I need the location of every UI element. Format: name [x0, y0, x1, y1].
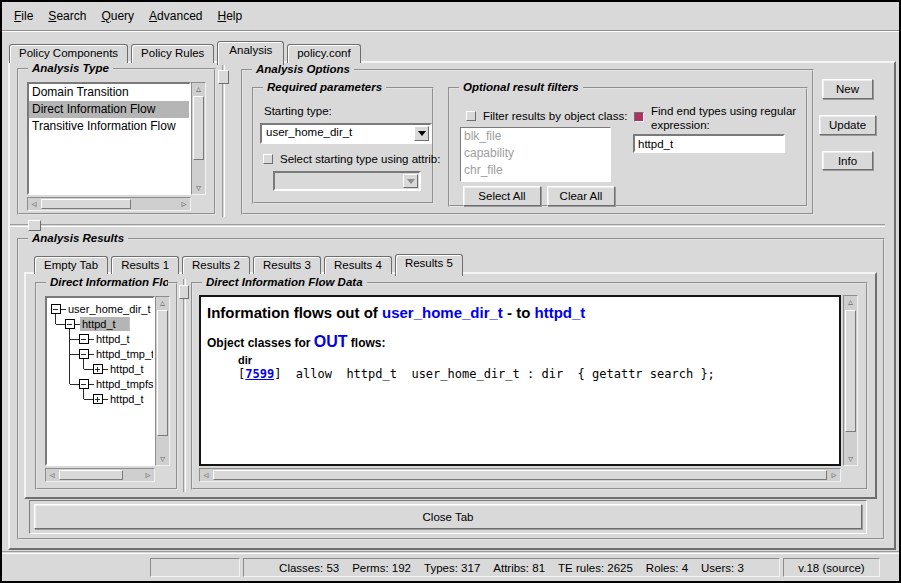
results-tab-results-1[interactable]: Results 1 — [111, 256, 179, 274]
analysis-type-option[interactable]: Transitive Information Flow — [29, 118, 189, 135]
svg-text:httpd_t: httpd_t — [82, 318, 116, 330]
menu-advanced[interactable]: Advanced — [149, 9, 202, 23]
scroll-down-arrow[interactable]: ▿ — [844, 453, 857, 465]
tab-analysis[interactable]: Analysis — [217, 41, 284, 65]
regex-checkbox-label[interactable]: Find end types using regular expression: — [651, 104, 797, 132]
flow-tree[interactable]: user_home_dir_thttpd_thttpd_thttpd_tmp_t… — [45, 296, 155, 466]
scroll-right-arrow[interactable]: ▹ — [828, 469, 840, 481]
regex-input[interactable] — [633, 134, 785, 153]
regex-checkbox[interactable] — [634, 112, 644, 122]
starting-type-dropdown-button[interactable] — [414, 126, 429, 141]
flow-data-text[interactable]: Information flows out of user_home_dir_t… — [199, 295, 841, 466]
rule-number-link[interactable]: 7599 — [245, 367, 274, 381]
status-stat: Perms: 192 — [352, 562, 411, 574]
required-parameters-title: Required parameters — [263, 81, 386, 93]
analysis-type-list[interactable]: Domain TransitionDirect Information Flow… — [27, 82, 191, 195]
clear-all-button[interactable]: Clear All — [547, 186, 615, 206]
object-class-option: chr_file — [461, 162, 610, 179]
results-tab-bar: Empty TabResults 1Results 2Results 3Resu… — [34, 252, 466, 274]
scroll-thumb[interactable] — [193, 96, 204, 160]
tab-policy-conf[interactable]: policy.conf — [287, 44, 360, 63]
analysis-results-title: Analysis Results — [28, 232, 128, 244]
scroll-left-arrow[interactable]: ◃ — [200, 469, 212, 481]
filter-object-class-checkbox[interactable] — [466, 111, 476, 121]
scroll-thumb[interactable] — [59, 470, 123, 480]
scroll-right-arrow[interactable]: ▹ — [142, 469, 154, 481]
flow-data-hscrollbar[interactable]: ◃▹ — [199, 468, 841, 482]
flow-subheading: Object classes for OUT flows: — [207, 333, 833, 351]
scroll-left-arrow[interactable]: ◃ — [28, 198, 40, 210]
menu-bar: FileSearchQueryAdvancedHelp — [2, 2, 899, 31]
status-stat: Roles: 4 — [646, 562, 688, 574]
scroll-down-arrow[interactable]: ▿ — [192, 182, 205, 194]
menu-search[interactable]: Search — [48, 9, 86, 23]
main-tab-bar: Policy ComponentsPolicy RulesAnalysispol… — [9, 39, 364, 63]
scroll-thumb[interactable] — [157, 310, 168, 436]
analysis-type-hscrollbar[interactable]: ◃▹ — [27, 197, 191, 211]
flow-tree-title: Direct Information Flow T — [46, 276, 168, 288]
results-splitter-handle[interactable] — [28, 220, 41, 231]
starting-type-combobox[interactable]: user_home_dir_t — [260, 123, 432, 144]
attrib-combobox — [273, 171, 421, 191]
menu-file[interactable]: File — [14, 9, 33, 23]
flow-type-name: httpd_t — [535, 304, 586, 321]
optional-filters-title: Optional result filters — [459, 81, 583, 93]
status-empty-box — [150, 558, 240, 577]
tab-policy-rules[interactable]: Policy Rules — [131, 44, 214, 63]
starting-type-value: user_home_dir_t — [266, 126, 352, 138]
scroll-down-arrow[interactable]: ▿ — [156, 453, 169, 465]
scroll-up-arrow[interactable]: ▵ — [192, 83, 205, 95]
scroll-up-arrow[interactable]: ▵ — [156, 297, 169, 309]
scroll-up-arrow[interactable]: ▵ — [844, 296, 857, 308]
status-version: v.18 (source) — [783, 558, 880, 577]
flow-tree-vscrollbar[interactable]: ▵▿ — [155, 296, 170, 466]
close-tab-button[interactable]: Close Tab — [34, 504, 862, 529]
scroll-thumb[interactable] — [41, 199, 131, 209]
menu-help[interactable]: Help — [217, 9, 242, 23]
select-all-button[interactable]: Select All — [463, 186, 541, 206]
info-button[interactable]: Info — [822, 151, 873, 170]
analysis-type-option[interactable]: Domain Transition — [29, 84, 189, 101]
status-stat: Users: 3 — [701, 562, 744, 574]
status-stat: Classes: 53 — [279, 562, 339, 574]
chevron-down-icon — [418, 131, 426, 136]
results-tab-results-3[interactable]: Results 3 — [253, 256, 321, 274]
object-class-option: capability — [461, 145, 610, 162]
results-tab-results-2[interactable]: Results 2 — [182, 256, 250, 274]
attrib-checkbox-label[interactable]: Select starting type using attrib: — [280, 153, 440, 165]
svg-text:httpd_t: httpd_t — [110, 393, 144, 405]
svg-text:httpd_t: httpd_t — [96, 333, 130, 345]
analysis-type-vscrollbar[interactable]: ▵▿ — [191, 82, 206, 195]
flow-heading-text: - to — [503, 304, 535, 321]
menu-query[interactable]: Query — [101, 9, 134, 23]
svg-text:user_home_dir_t: user_home_dir_t — [68, 303, 151, 315]
status-stat: Types: 317 — [424, 562, 480, 574]
filter-object-class-label[interactable]: Filter results by object class: — [483, 110, 627, 122]
new-button[interactable]: New — [822, 79, 873, 99]
flow-heading: Information flows out of user_home_dir_t… — [207, 304, 833, 321]
results-tab-empty-tab[interactable]: Empty Tab — [34, 256, 108, 274]
tab-policy-components[interactable]: Policy Components — [9, 44, 128, 63]
scroll-thumb[interactable] — [845, 310, 856, 432]
scroll-right-arrow[interactable]: ▹ — [178, 198, 190, 210]
flow-data-title: Direct Information Flow Data — [202, 276, 367, 288]
results-tab-results-5[interactable]: Results 5 — [395, 254, 463, 276]
tree-data-splitter-handle[interactable] — [179, 285, 189, 299]
app-window: FileSearchQueryAdvancedHelp Policy Compo… — [0, 0, 901, 583]
scroll-thumb[interactable] — [213, 470, 827, 480]
scroll-left-arrow[interactable]: ◃ — [46, 469, 58, 481]
attrib-dropdown-button — [403, 174, 418, 188]
status-stats: Classes: 53Perms: 192Types: 317Attribs: … — [243, 558, 780, 577]
svg-text:httpd_tmp_t: httpd_tmp_t — [96, 348, 153, 360]
analysis-type-option[interactable]: Direct Information Flow — [29, 101, 189, 118]
flow-tree-hscrollbar[interactable]: ◃▹ — [45, 468, 155, 482]
results-tab-results-4[interactable]: Results 4 — [324, 256, 392, 274]
top-splitter-handle[interactable] — [218, 70, 229, 84]
attrib-checkbox[interactable] — [263, 154, 273, 164]
tree-data-splitter-line — [183, 279, 186, 492]
object-class-option: blk_file — [461, 128, 610, 145]
flow-data-vscrollbar[interactable]: ▵▿ — [843, 295, 858, 466]
status-stat: Attribs: 81 — [493, 562, 545, 574]
update-button[interactable]: Update — [819, 115, 876, 135]
flow-type-name: user_home_dir_t — [382, 304, 503, 321]
